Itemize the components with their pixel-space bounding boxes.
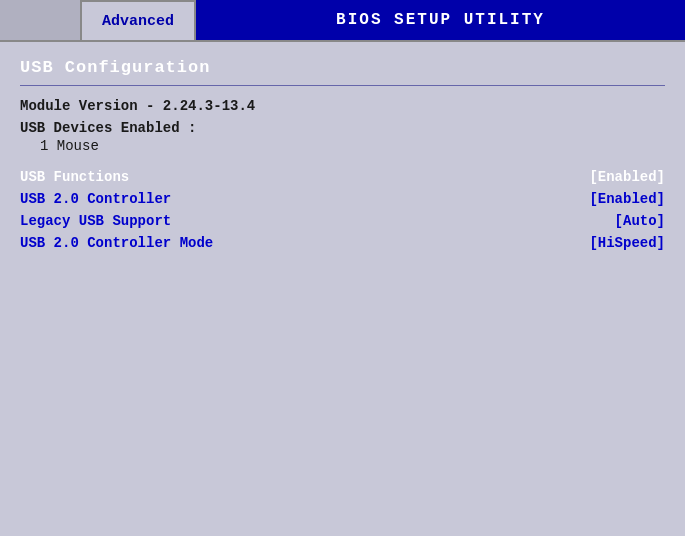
- top-bar: Advanced BIOS SETUP UTILITY: [0, 0, 685, 40]
- tab-advanced[interactable]: Advanced: [80, 0, 196, 40]
- setting-row-usb2-mode[interactable]: USB 2.0 Controller Mode [HiSpeed]: [20, 234, 665, 252]
- main-content: USB Configuration Module Version - 2.24.…: [0, 40, 685, 536]
- usb2-controller-value: [Enabled]: [589, 191, 665, 207]
- section-title: USB Configuration: [20, 58, 665, 77]
- legacy-usb-value: [Auto]: [615, 213, 665, 229]
- module-version: Module Version - 2.24.3-13.4: [20, 98, 665, 114]
- usb2-mode-value: [HiSpeed]: [589, 235, 665, 251]
- setting-row-legacy-usb[interactable]: Legacy USB Support [Auto]: [20, 212, 665, 230]
- bios-title: BIOS SETUP UTILITY: [196, 0, 685, 40]
- settings-section: USB Functions [Enabled] USB 2.0 Controll…: [20, 168, 665, 252]
- setting-row-usb2-controller[interactable]: USB 2.0 Controller [Enabled]: [20, 190, 665, 208]
- divider: [20, 85, 665, 86]
- devices-enabled-label: USB Devices Enabled :: [20, 120, 665, 136]
- devices-enabled-value: 1 Mouse: [40, 138, 665, 154]
- usb-functions-label: USB Functions: [20, 169, 129, 185]
- setting-row-usb-functions[interactable]: USB Functions [Enabled]: [20, 168, 665, 186]
- usb-functions-value: [Enabled]: [589, 169, 665, 185]
- usb2-mode-label: USB 2.0 Controller Mode: [20, 235, 213, 251]
- bios-screen: Advanced BIOS SETUP UTILITY USB Configur…: [0, 0, 685, 536]
- usb2-controller-label: USB 2.0 Controller: [20, 191, 171, 207]
- legacy-usb-label: Legacy USB Support: [20, 213, 171, 229]
